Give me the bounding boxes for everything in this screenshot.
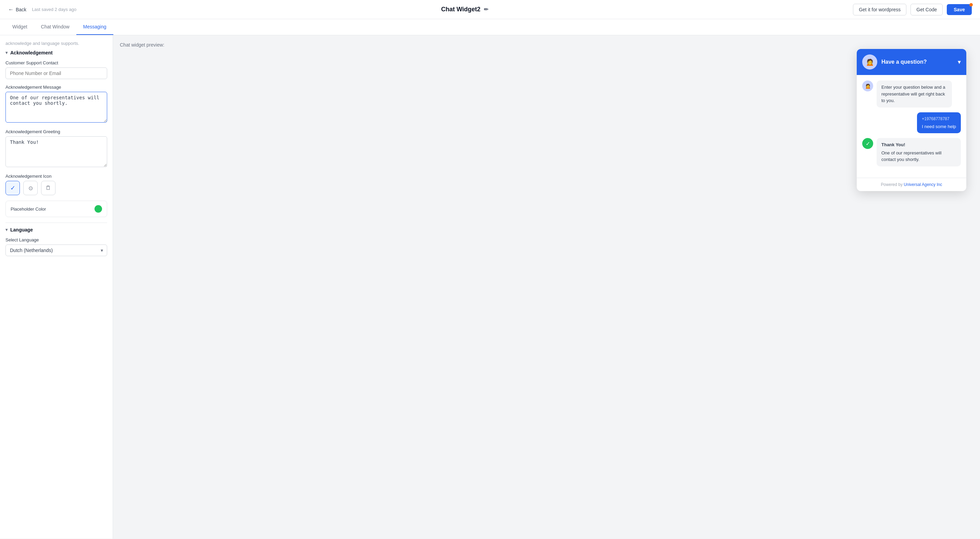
wordpress-button[interactable]: Get it for wordpress bbox=[853, 4, 906, 16]
greeting-label: Acknowledgement Greeting bbox=[5, 129, 107, 134]
tabbar: Widget Chat Window Messaging bbox=[0, 19, 980, 35]
contact-input[interactable] bbox=[5, 67, 107, 79]
user-phone: +19768778787 bbox=[922, 116, 956, 122]
chat-body: 🙍 Enter your question below and a repres… bbox=[857, 75, 966, 178]
ack-greeting: Thank You! bbox=[881, 142, 956, 148]
avatar: 🙍 bbox=[862, 54, 877, 70]
chevron-down-icon: ▾ bbox=[5, 50, 8, 55]
user-message-text: I need some help bbox=[922, 123, 956, 130]
topnav: ← Back Last saved 2 days ago Chat Widget… bbox=[0, 0, 980, 19]
language-section-header[interactable]: ▾ Language bbox=[5, 227, 107, 232]
ack-message: One of our representatives will contact … bbox=[881, 149, 956, 163]
chat-header-left: 🙍 Have a question? bbox=[862, 54, 927, 70]
bot-avatar: 🙍 bbox=[862, 81, 873, 91]
edit-icon[interactable]: ✏ bbox=[484, 6, 488, 13]
tab-messaging[interactable]: Messaging bbox=[76, 19, 113, 35]
icon-check-circle[interactable]: ⊙ bbox=[23, 181, 38, 195]
bot-message-row: 🙍 Enter your question below and a repres… bbox=[862, 81, 961, 108]
acknowledgement-section-label: Acknowledgement bbox=[10, 50, 53, 56]
message-textarea[interactable]: One of our representatives will contact … bbox=[5, 92, 107, 122]
footer-text: Powered by bbox=[881, 182, 903, 187]
language-section-label: Language bbox=[10, 227, 33, 232]
getcode-button[interactable]: Get Code bbox=[910, 4, 943, 16]
saved-text: Last saved 2 days ago bbox=[32, 7, 76, 12]
main-layout: acknowledge and language supports. ▾ Ack… bbox=[0, 35, 980, 539]
icon-clipboard[interactable]: 🗒 bbox=[41, 181, 56, 195]
placeholder-color-swatch[interactable] bbox=[94, 205, 102, 213]
tab-widget[interactable]: Widget bbox=[5, 19, 34, 35]
topnav-center: Chat Widget2 ✏ bbox=[441, 6, 488, 13]
contact-label: Customer Support Contact bbox=[5, 60, 107, 65]
placeholder-color-label: Placeholder Color bbox=[11, 207, 46, 211]
preview-label: Chat widget preview: bbox=[120, 42, 973, 48]
back-arrow-icon: ← bbox=[8, 6, 14, 13]
sidebar: acknowledge and language supports. ▾ Ack… bbox=[0, 35, 113, 539]
greeting-field-group: Acknowledgement Greeting Thank You! bbox=[5, 129, 107, 168]
chat-header-title: Have a question? bbox=[881, 59, 927, 65]
icon-check[interactable]: ✓ bbox=[5, 181, 20, 195]
back-button[interactable]: ← Back bbox=[8, 6, 26, 13]
footer-link[interactable]: Universal Agency Inc bbox=[904, 182, 942, 187]
greeting-textarea[interactable]: Thank You! bbox=[5, 136, 107, 167]
save-button[interactable]: Save bbox=[947, 4, 972, 15]
ack-row: ✓ Thank You! One of our representatives … bbox=[862, 138, 961, 167]
icon-label: Acknowledgement Icon bbox=[5, 173, 107, 179]
contact-field-group: Customer Support Contact bbox=[5, 60, 107, 79]
topnav-right: Get it for wordpress Get Code Save bbox=[853, 4, 972, 16]
back-label: Back bbox=[16, 7, 26, 12]
chat-header: 🙍 Have a question? ▾ bbox=[857, 49, 966, 75]
page-title: Chat Widget2 bbox=[441, 6, 480, 13]
sidebar-faded-text: acknowledge and language supports. bbox=[5, 41, 107, 46]
save-label: Save bbox=[954, 7, 965, 12]
language-field-group: Select Language Dutch (Netherlands) Engl… bbox=[5, 237, 107, 256]
tab-chatwindow[interactable]: Chat Window bbox=[34, 19, 76, 35]
section-divider bbox=[5, 223, 107, 223]
language-select[interactable]: Dutch (Netherlands) English French Germa… bbox=[5, 245, 107, 256]
message-field-group: Acknowledgement Message One of our repre… bbox=[5, 84, 107, 124]
icon-options-row: ✓ ⊙ 🗒 bbox=[5, 181, 107, 195]
bot-bubble: Enter your question below and a represen… bbox=[877, 81, 952, 108]
user-bubble: +19768778787 I need some help bbox=[917, 112, 961, 134]
chat-footer: Powered by Universal Agency Inc bbox=[857, 178, 966, 191]
user-message-row: +19768778787 I need some help bbox=[862, 112, 961, 134]
message-label: Acknowledgement Message bbox=[5, 84, 107, 90]
ack-check-icon: ✓ bbox=[862, 138, 873, 149]
chevron-down-icon-2: ▾ bbox=[5, 227, 8, 232]
icon-field-group: Acknowledgement Icon ✓ ⊙ 🗒 bbox=[5, 173, 107, 195]
language-label: Select Language bbox=[5, 237, 107, 242]
preview-area: Chat widget preview: 🙍 Have a question? … bbox=[113, 35, 980, 539]
acknowledgement-section-header[interactable]: ▾ Acknowledgement bbox=[5, 50, 107, 56]
ack-bubble: Thank You! One of our representatives wi… bbox=[877, 138, 961, 167]
chat-widget: 🙍 Have a question? ▾ 🙍 Enter your questi… bbox=[857, 49, 966, 191]
language-select-wrapper: Dutch (Netherlands) English French Germa… bbox=[5, 245, 107, 256]
placeholder-color-row: Placeholder Color bbox=[5, 201, 107, 217]
chat-collapse-icon[interactable]: ▾ bbox=[958, 58, 961, 66]
notification-dot bbox=[969, 3, 973, 6]
topnav-left: ← Back Last saved 2 days ago bbox=[8, 6, 76, 13]
